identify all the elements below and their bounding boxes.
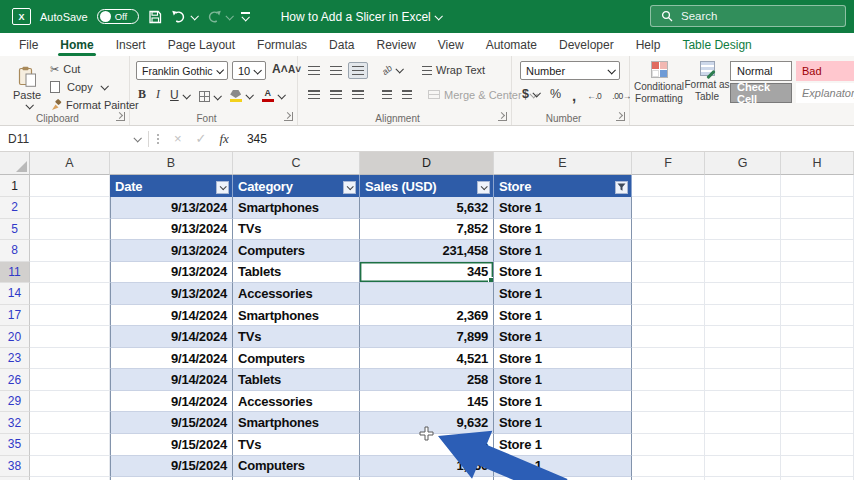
increase-decimal-button[interactable]: ←.0 [587,91,601,101]
cell-date[interactable]: 9/13/2024 [110,240,233,262]
bottom-align-button[interactable] [348,62,368,79]
cell-store[interactable]: Store 1 [494,197,632,219]
tab-formulas[interactable]: Formulas [246,33,318,56]
cell-style-normal[interactable]: Normal [730,61,792,81]
empty-cell[interactable] [705,240,781,262]
empty-cell[interactable] [781,197,854,219]
select-all-corner[interactable] [0,152,30,175]
column-header-g[interactable]: G [705,152,781,175]
cell-sales[interactable]: 4,521 [360,348,494,370]
empty-cell[interactable] [705,326,781,348]
cell-category[interactable]: Smartphones [233,412,360,434]
empty-cell[interactable] [705,369,781,391]
tab-developer[interactable]: Developer [548,33,625,56]
empty-cell[interactable] [632,326,705,348]
empty-cell[interactable] [705,412,781,434]
cell-date[interactable]: 9/15/2024 [110,456,233,478]
table-header-store[interactable]: Store [494,175,632,197]
tab-view[interactable]: View [427,33,475,56]
name-box[interactable]: D11 [0,126,148,151]
search-input[interactable]: Search [650,5,846,27]
empty-cell[interactable] [632,197,705,219]
column-header-h[interactable]: H [781,152,854,175]
cell-store[interactable]: Store 1 [494,391,632,413]
row-header-11[interactable]: 11 [0,262,30,284]
cell-category[interactable]: TVs [233,326,360,348]
table-header-category[interactable]: Category [233,175,360,197]
grow-font-button[interactable]: A˄ [272,62,288,76]
align-center-button[interactable] [326,86,346,103]
excel-app-icon[interactable]: X [12,8,31,25]
empty-cell[interactable] [632,175,705,197]
tab-data[interactable]: Data [318,33,365,56]
cell-date[interactable]: 9/14/2024 [110,326,233,348]
cell-sales[interactable] [360,283,494,305]
empty-cell[interactable] [781,305,854,327]
cell-category[interactable]: Smartphones [233,305,360,327]
cell-store[interactable]: Store 1 [494,262,632,284]
cell-store[interactable]: Store 1 [494,219,632,241]
empty-cell[interactable] [705,175,781,197]
cell-sales[interactable]: 145 [360,391,494,413]
empty-cell[interactable] [705,348,781,370]
empty-cell[interactable] [781,240,854,262]
tab-review[interactable]: Review [365,33,426,56]
underline-dropdown-icon[interactable] [182,91,190,99]
cell-date[interactable]: 9/13/2024 [110,197,233,219]
column-header-b[interactable]: B [110,152,233,175]
formula-bar-grip-icon[interactable] [157,138,159,140]
cell-date[interactable]: 9/14/2024 [110,305,233,327]
cell-category[interactable]: Tablets [233,369,360,391]
empty-cell[interactable] [30,369,110,391]
filter-dropdown-button[interactable] [343,181,356,194]
row-header-38[interactable]: 38 [0,456,30,478]
decrease-decimal-button[interactable]: .00→ [612,91,630,101]
cell-category[interactable]: Computers [233,456,360,478]
top-align-button[interactable] [304,62,324,79]
orientation-button[interactable]: ab [378,61,406,79]
row-header-5[interactable]: 5 [0,219,30,241]
empty-cell[interactable] [30,283,110,305]
selected-cell-d11[interactable]: 345 [360,262,494,284]
cell-store[interactable]: Store 1 [494,412,632,434]
tab-file[interactable]: File [8,33,49,56]
cell-category[interactable]: TVs [233,219,360,241]
column-header-d[interactable]: D [360,152,494,175]
borders-dropdown-icon[interactable] [213,92,221,100]
empty-cell[interactable] [705,456,781,478]
empty-cell[interactable] [705,305,781,327]
empty-cell[interactable] [30,240,110,262]
comma-style-button[interactable]: , [572,91,576,102]
tab-home[interactable]: Home [49,33,104,56]
row-header-23[interactable]: 23 [0,348,30,370]
tab-page-layout[interactable]: Page Layout [157,33,246,56]
paste-dropdown-icon[interactable] [25,101,33,109]
percent-style-button[interactable]: % [550,87,561,101]
empty-cell[interactable] [632,283,705,305]
fill-color-button[interactable] [230,90,252,102]
table-header-sales-usd-[interactable]: Sales (USD) [360,175,494,197]
orientation-dropdown-icon[interactable] [395,65,403,73]
empty-cell[interactable] [632,412,705,434]
font-size-select[interactable]: 10 [232,61,266,80]
empty-cell[interactable] [781,456,854,478]
cell-store[interactable]: Store 1 [494,326,632,348]
empty-cell[interactable] [781,391,854,413]
row-header-2[interactable]: 2 [0,197,30,219]
cell-sales[interactable]: 258 [360,369,494,391]
empty-cell[interactable] [781,412,854,434]
align-right-button[interactable] [348,86,368,103]
empty-cell[interactable] [781,219,854,241]
formula-bar-value[interactable]: 345 [247,132,267,146]
cell-date[interactable]: 9/13/2024 [110,262,233,284]
row-header-8[interactable]: 8 [0,240,30,262]
autosave-toggle[interactable]: Off [97,9,139,24]
copy-dropdown-icon[interactable] [100,82,108,90]
empty-cell[interactable] [705,262,781,284]
empty-cell[interactable] [781,326,854,348]
filter-dropdown-button[interactable] [216,181,229,194]
cell-date[interactable]: 9/14/2024 [110,369,233,391]
empty-cell[interactable] [632,219,705,241]
cell-sales[interactable]: 231,458 [360,240,494,262]
cell-store[interactable]: Store 1 [494,305,632,327]
